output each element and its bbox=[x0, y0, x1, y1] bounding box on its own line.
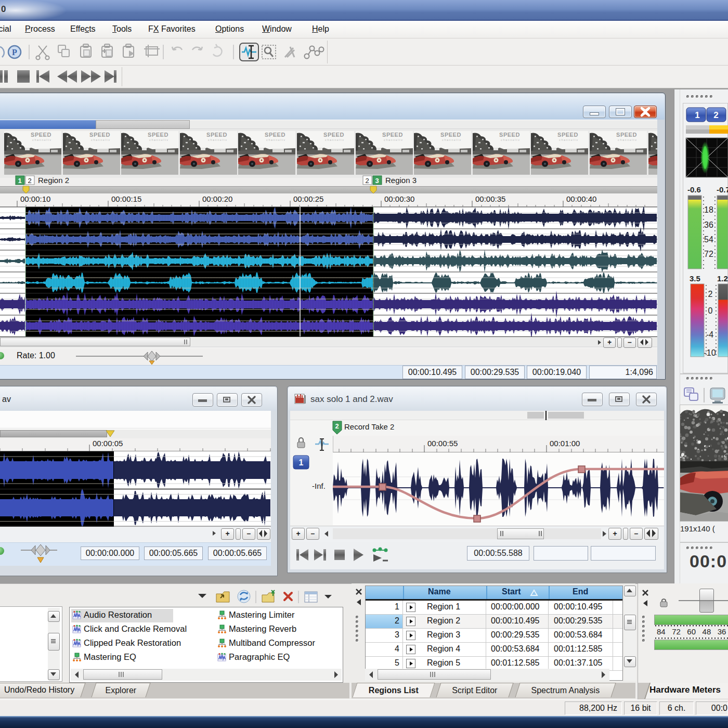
svg-text:Record Take 2: Record Take 2 bbox=[344, 422, 394, 431]
svg-text:00:00:10: 00:00:10 bbox=[20, 194, 50, 203]
svg-text:00:00:40: 00:00:40 bbox=[566, 194, 596, 203]
svg-text:00:01:00: 00:01:00 bbox=[550, 439, 580, 448]
svg-text:2: 2 bbox=[713, 110, 718, 120]
svg-text:Region 3: Region 3 bbox=[385, 176, 417, 185]
svg-text:Paragraphic EQ: Paragraphic EQ bbox=[229, 652, 290, 661]
svg-text:2: 2 bbox=[335, 422, 339, 430]
svg-text:0: 0 bbox=[708, 306, 713, 315]
svg-text:36: 36 bbox=[704, 220, 713, 229]
svg-text:Mastering EQ: Mastering EQ bbox=[84, 652, 136, 661]
svg-text:Region 2: Region 2 bbox=[38, 176, 69, 185]
svg-text:1: 1 bbox=[695, 110, 699, 120]
svg-text:-Inf.: -Inf. bbox=[312, 482, 326, 490]
svg-text:-4: -4 bbox=[706, 330, 713, 339]
svg-text:3: 3 bbox=[375, 177, 379, 185]
svg-text:00:00:35: 00:00:35 bbox=[475, 194, 505, 203]
svg-text:Click and Crackle Removal: Click and Crackle Removal bbox=[84, 624, 187, 633]
svg-text:2: 2 bbox=[28, 177, 31, 185]
svg-text:00:00:55: 00:00:55 bbox=[427, 439, 458, 448]
svg-text:1: 1 bbox=[299, 458, 304, 467]
svg-text:18: 18 bbox=[704, 205, 713, 214]
svg-text:00:00:20: 00:00:20 bbox=[202, 194, 232, 203]
svg-text:-0.6: -0.6 bbox=[687, 185, 701, 194]
svg-text:1.2: 1.2 bbox=[717, 274, 728, 283]
svg-text:2: 2 bbox=[708, 290, 713, 298]
svg-text:72: 72 bbox=[704, 250, 713, 258]
svg-text:Mastering Limiter: Mastering Limiter bbox=[229, 610, 295, 619]
svg-text:54: 54 bbox=[704, 235, 713, 244]
svg-text:00:00:30: 00:00:30 bbox=[384, 194, 414, 203]
svg-text:-0.7: -0.7 bbox=[717, 185, 728, 194]
svg-text:P: P bbox=[12, 48, 17, 57]
svg-text:3.5: 3.5 bbox=[690, 274, 700, 283]
svg-text:1: 1 bbox=[18, 177, 21, 185]
svg-text:2: 2 bbox=[365, 177, 369, 185]
svg-text:Mastering Reverb: Mastering Reverb bbox=[229, 624, 296, 633]
svg-text:-10: -10 bbox=[704, 348, 716, 357]
svg-text:Multiband Compressor: Multiband Compressor bbox=[229, 638, 315, 647]
svg-text:00:00:25: 00:00:25 bbox=[293, 194, 323, 203]
svg-text:Clipped Peak Restoration: Clipped Peak Restoration bbox=[84, 638, 181, 647]
svg-text:00:00:05: 00:00:05 bbox=[93, 439, 123, 448]
svg-text:Audio Restoration: Audio Restoration bbox=[84, 610, 152, 619]
svg-text:00:00:15: 00:00:15 bbox=[111, 194, 141, 203]
